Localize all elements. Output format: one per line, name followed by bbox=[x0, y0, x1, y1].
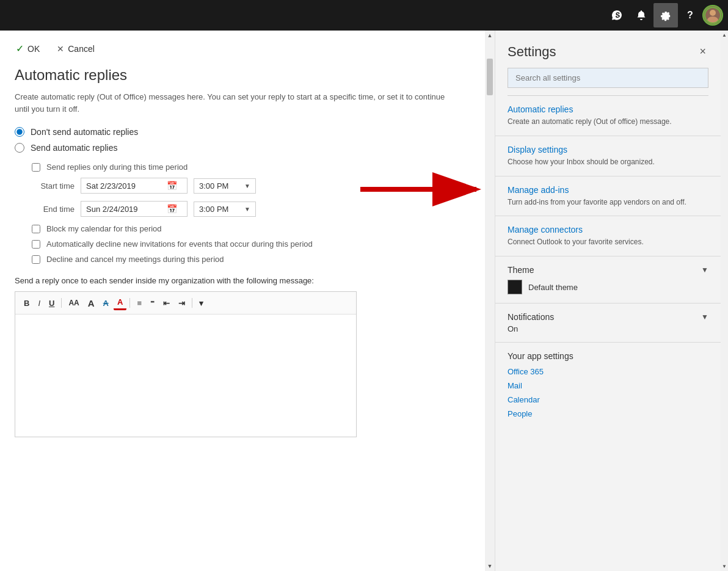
gear-settings-icon[interactable] bbox=[653, 3, 678, 27]
end-date-field[interactable] bbox=[86, 205, 166, 214]
end-calendar-button[interactable]: 📅 bbox=[166, 204, 178, 214]
scroll-thumb[interactable] bbox=[487, 59, 493, 95]
settings-item-theme[interactable]: Theme ▼ Default theme bbox=[495, 256, 721, 304]
bell-icon[interactable] bbox=[629, 3, 653, 27]
left-panel: ✓ OK ✕ Cancel Automatic replies Create a… bbox=[0, 31, 485, 571]
strikethrough-button[interactable]: A bbox=[100, 297, 112, 310]
radio-send-input[interactable] bbox=[15, 143, 24, 153]
message-editor: B I U AA A A A ≡ ⁼ ⇤ ⇥ ▾ bbox=[15, 291, 357, 437]
bold-button[interactable]: B bbox=[20, 297, 33, 310]
indent-button[interactable]: ⇤ bbox=[159, 297, 173, 310]
settings-search-input[interactable] bbox=[508, 68, 708, 88]
radio-send-label: Send automatic replies bbox=[31, 143, 117, 153]
checkbox-time-period-label: Send replies only during this time perio… bbox=[46, 162, 187, 172]
end-time-select[interactable]: 3:00 PM ▼ bbox=[194, 202, 256, 217]
font-color-button[interactable]: A bbox=[114, 296, 126, 310]
start-time-label: Start time bbox=[32, 181, 75, 191]
settings-item-addins[interactable]: Manage add-ins Turn add-ins from your fa… bbox=[495, 176, 721, 217]
checkbox-decline-invitations-label: Automatically decline new invitations fo… bbox=[46, 239, 313, 249]
cancel-button[interactable]: ✕ Cancel bbox=[56, 42, 96, 56]
topbar: ? bbox=[0, 0, 728, 31]
theme-color-swatch bbox=[508, 280, 522, 294]
start-date-field[interactable] bbox=[86, 181, 166, 191]
start-date-input[interactable]: 📅 bbox=[81, 178, 187, 194]
checkbox-block-calendar-label: Block my calendar for this period bbox=[46, 224, 162, 233]
more-options-button[interactable]: ▾ bbox=[195, 297, 207, 310]
left-panel-scrollbar[interactable]: ▲ ▼ bbox=[485, 31, 495, 571]
checkbox-time-period-input[interactable] bbox=[32, 163, 40, 172]
theme-value: Default theme bbox=[528, 283, 708, 292]
font-size-button[interactable]: A bbox=[84, 296, 98, 310]
checkbox-block-calendar-input[interactable] bbox=[32, 225, 40, 233]
radio-dont-send-label: Don't send automatic replies bbox=[31, 127, 138, 137]
end-time-dropdown[interactable]: 3:00 PM bbox=[199, 205, 242, 214]
settings-panel-title: Settings bbox=[508, 44, 556, 60]
ok-label: OK bbox=[27, 44, 40, 54]
separator-1 bbox=[61, 298, 62, 308]
separator-2 bbox=[129, 298, 130, 308]
display-settings-desc: Choose how your Inbox should be organize… bbox=[508, 157, 708, 167]
theme-header[interactable]: Theme ▼ bbox=[508, 265, 708, 275]
search-box-wrapper bbox=[495, 68, 721, 95]
x-icon: ✕ bbox=[57, 44, 64, 54]
automatic-replies-desc: Create an automatic reply (Out of office… bbox=[508, 117, 708, 127]
settings-close-button[interactable]: × bbox=[697, 43, 708, 60]
start-time-select[interactable]: 3:00 PM ▼ bbox=[194, 178, 256, 194]
checkbox-decline-meetings[interactable]: Decline and cancel my meetings during th… bbox=[32, 255, 470, 264]
page-description: Create automatic reply (Out of Office) m… bbox=[15, 91, 454, 115]
settings-item-notifications[interactable]: Notifications ▼ On bbox=[495, 304, 721, 343]
start-time-chevron: ▼ bbox=[244, 183, 250, 189]
italic-button[interactable]: I bbox=[34, 297, 44, 310]
main-area: ✓ OK ✕ Cancel Automatic replies Create a… bbox=[0, 31, 728, 571]
app-settings-mail-link[interactable]: Mail bbox=[508, 381, 708, 390]
user-avatar[interactable] bbox=[702, 5, 723, 26]
help-icon[interactable]: ? bbox=[678, 3, 702, 27]
scroll-down-arrow[interactable]: ▼ bbox=[485, 561, 495, 571]
underline-button[interactable]: U bbox=[45, 297, 58, 310]
right-scroll-down[interactable]: ▼ bbox=[720, 562, 728, 571]
separator-3 bbox=[192, 298, 192, 308]
automatic-replies-title: Automatic replies bbox=[508, 104, 708, 114]
app-settings-office365-link[interactable]: Office 365 bbox=[508, 367, 708, 376]
start-calendar-button[interactable]: 📅 bbox=[166, 181, 178, 191]
end-time-row: End time 📅 3:00 PM ▼ bbox=[32, 201, 470, 217]
font-size-increase-button[interactable]: AA bbox=[65, 297, 82, 309]
scroll-up-arrow[interactable]: ▲ bbox=[485, 31, 495, 40]
notifications-chevron-icon: ▼ bbox=[701, 313, 708, 321]
right-panel-scrollbar[interactable]: ▲ ▼ bbox=[721, 31, 728, 571]
checkbox-decline-meetings-input[interactable] bbox=[32, 255, 40, 264]
action-bar: ✓ OK ✕ Cancel bbox=[15, 40, 470, 57]
app-settings-people-link[interactable]: People bbox=[508, 409, 708, 418]
checkbox-decline-invitations[interactable]: Automatically decline new invitations fo… bbox=[32, 239, 470, 249]
ok-button[interactable]: ✓ OK bbox=[15, 40, 41, 57]
checkbox-time-period[interactable]: Send replies only during this time perio… bbox=[32, 162, 470, 172]
settings-header: Settings × bbox=[495, 31, 721, 68]
settings-panel: Settings × Automatic replies Create an a… bbox=[495, 31, 721, 571]
checkbox-block-calendar[interactable]: Block my calendar for this period bbox=[32, 224, 470, 233]
radio-dont-send-input[interactable] bbox=[15, 127, 24, 137]
settings-item-automatic-replies[interactable]: Automatic replies Create an automatic re… bbox=[495, 96, 721, 136]
radio-send[interactable]: Send automatic replies bbox=[15, 143, 470, 153]
end-date-input[interactable]: 📅 bbox=[81, 201, 187, 217]
bullets-button[interactable]: ≡ bbox=[133, 297, 145, 310]
manage-addins-desc: Turn add-ins from your favorite app vend… bbox=[508, 197, 708, 208]
checkbox-decline-invitations-input[interactable] bbox=[32, 240, 40, 249]
manage-connectors-title: Manage connectors bbox=[508, 225, 708, 235]
end-time-label: End time bbox=[32, 205, 75, 214]
right-scroll-up[interactable]: ▲ bbox=[720, 31, 728, 40]
skype-icon[interactable] bbox=[605, 3, 629, 27]
page-title: Automatic replies bbox=[15, 67, 470, 84]
notifications-header[interactable]: Notifications ▼ bbox=[508, 312, 708, 322]
start-time-dropdown[interactable]: 3:00 PM bbox=[199, 181, 242, 191]
indented-options: Send replies only during this time perio… bbox=[32, 162, 470, 264]
notifications-value: On bbox=[508, 324, 708, 333]
editor-body[interactable] bbox=[15, 315, 356, 437]
app-settings-section: Your app settings Office 365 Mail Calend… bbox=[495, 343, 721, 428]
settings-item-display[interactable]: Display settings Choose how your Inbox s… bbox=[495, 136, 721, 176]
numbered-list-button[interactable]: ⁼ bbox=[147, 297, 158, 310]
app-settings-calendar-link[interactable]: Calendar bbox=[508, 395, 708, 404]
outdent-button[interactable]: ⇥ bbox=[175, 297, 189, 310]
app-settings-title: Your app settings bbox=[508, 351, 708, 361]
settings-item-connectors[interactable]: Manage connectors Connect Outlook to you… bbox=[495, 216, 721, 256]
radio-dont-send[interactable]: Don't send automatic replies bbox=[15, 127, 470, 137]
